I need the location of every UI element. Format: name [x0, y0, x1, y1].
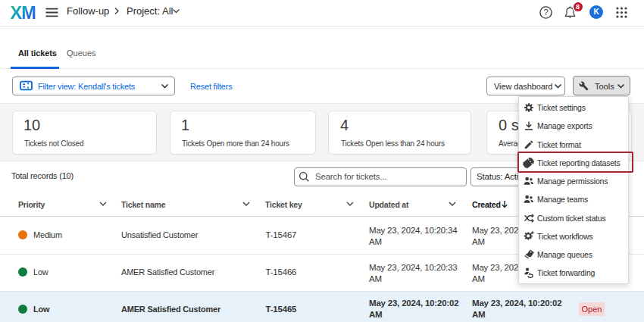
svg-text:?: ?: [543, 8, 548, 17]
